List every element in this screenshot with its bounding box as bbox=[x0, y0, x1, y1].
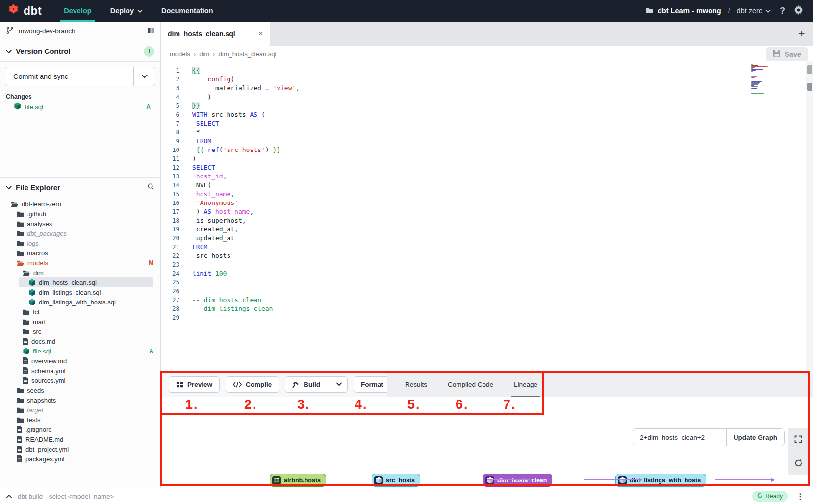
file-tree-item[interactable]: file.sqlA bbox=[0, 346, 160, 356]
code-line[interactable]: 26 bbox=[161, 286, 813, 295]
format-button[interactable]: Format bbox=[354, 376, 391, 393]
code-line[interactable]: 25 bbox=[161, 277, 813, 286]
file-tree-item[interactable]: docs.md bbox=[0, 336, 160, 346]
code-line[interactable]: 19 created_at, bbox=[161, 225, 813, 233]
code-line[interactable]: 17 ) AS host_name, bbox=[161, 207, 813, 216]
nav-item-deploy[interactable]: Deploy bbox=[101, 0, 152, 22]
file-tree-item[interactable]: snapshots bbox=[0, 395, 160, 405]
code-line[interactable]: 1{{ bbox=[161, 66, 813, 75]
file-tree-item[interactable]: .github bbox=[0, 209, 160, 219]
file-tree-item[interactable]: seeds bbox=[0, 385, 160, 395]
code-line[interactable]: 18 is_superhost, bbox=[161, 216, 813, 225]
file-tree-item-label: dim bbox=[33, 269, 160, 277]
kebab-menu-icon[interactable]: ⋮ bbox=[794, 492, 806, 501]
dbt-logo[interactable]: dbt bbox=[0, 3, 54, 19]
tab-results[interactable]: Results bbox=[405, 372, 427, 397]
file-tree-item[interactable]: schema.yml bbox=[0, 366, 160, 376]
environment-switcher[interactable]: dbt zero bbox=[737, 7, 771, 15]
branch-row[interactable]: mwong-dev-branch bbox=[0, 22, 160, 41]
file-tree-item[interactable]: README.md bbox=[0, 434, 160, 444]
code-line[interactable]: 29 bbox=[161, 313, 813, 322]
code-line[interactable]: 22 src_hosts bbox=[161, 251, 813, 260]
commit-button-chevron[interactable] bbox=[133, 67, 155, 86]
preview-button[interactable]: Preview bbox=[169, 376, 220, 393]
fullscreen-icon[interactable] bbox=[791, 432, 805, 446]
code-line[interactable]: 2 config( bbox=[161, 75, 813, 83]
file-explorer-header[interactable]: File Explorer bbox=[0, 177, 160, 197]
split-view-icon[interactable] bbox=[147, 27, 154, 36]
project-switcher[interactable]: dbt Learn - mwong bbox=[645, 7, 721, 15]
help-icon[interactable]: ? bbox=[777, 6, 788, 16]
close-icon[interactable]: × bbox=[258, 29, 263, 38]
gear-icon[interactable] bbox=[794, 5, 803, 17]
build-options-chevron[interactable] bbox=[330, 377, 342, 392]
add-tab-button[interactable]: + bbox=[790, 22, 813, 46]
file-tree-item[interactable]: sources.yml bbox=[0, 376, 160, 385]
code-line[interactable]: 28-- dim_listings_clean bbox=[161, 304, 813, 313]
update-graph-button[interactable]: Update Graph bbox=[726, 429, 784, 446]
build-button[interactable]: Build bbox=[285, 376, 348, 393]
file-tree-item[interactable]: dim_listings_clean.sql bbox=[0, 287, 160, 297]
code-line[interactable]: 13 host_id, bbox=[161, 172, 813, 180]
code-line[interactable]: 9 FROM bbox=[161, 136, 813, 145]
code-line[interactable]: 11) bbox=[161, 154, 813, 163]
file-tree-item-label: logs bbox=[27, 240, 160, 247]
code-line[interactable]: 14 NVL( bbox=[161, 180, 813, 189]
changes-list: file.sql A bbox=[0, 101, 160, 113]
reset-view-icon[interactable] bbox=[791, 456, 805, 470]
code-line[interactable]: 21FROM bbox=[161, 242, 813, 251]
tab-compiled-code[interactable]: Compiled Code bbox=[448, 372, 493, 397]
code-line[interactable]: 8 * bbox=[161, 127, 813, 136]
chevron-up-icon[interactable] bbox=[0, 494, 18, 498]
code-editor[interactable]: 1{{2 config(3 materialized = 'view',4 )5… bbox=[161, 62, 813, 372]
save-button[interactable]: Save bbox=[766, 47, 808, 61]
code-line[interactable]: 15 host_name, bbox=[161, 189, 813, 198]
scrollbar-thumb[interactable] bbox=[807, 65, 812, 74]
lineage-node-src_hosts[interactable]: src_hosts bbox=[372, 474, 420, 487]
file-tree-item[interactable]: tests bbox=[0, 415, 160, 425]
code-line[interactable]: 6WITH src_hosts AS ( bbox=[161, 110, 813, 119]
lineage-node-airbnb-hosts[interactable]: airbnb.hosts bbox=[270, 474, 326, 487]
file-tree-item[interactable]: dim_listings_with_hosts.sql bbox=[0, 297, 160, 307]
file-tree-item[interactable]: dbt_project.yml bbox=[0, 444, 160, 454]
file-tree-item[interactable]: analyses bbox=[0, 219, 160, 228]
search-icon[interactable] bbox=[147, 183, 154, 192]
commit-button-main[interactable]: Commit and sync bbox=[5, 67, 133, 86]
nav-item-develop[interactable]: Develop bbox=[54, 0, 101, 22]
file-tree-item[interactable]: dbt_packages bbox=[0, 228, 160, 238]
line-number: 11 bbox=[161, 155, 186, 162]
changed-file-row[interactable]: file.sql A bbox=[0, 101, 160, 113]
nav-item-documentation[interactable]: Documentation bbox=[152, 0, 223, 22]
file-tree-item[interactable]: packages.yml bbox=[0, 454, 160, 464]
code-line[interactable]: 20 updated_at bbox=[161, 233, 813, 242]
file-tree-item[interactable]: logs bbox=[0, 238, 160, 248]
code-line[interactable]: 7 SELECT bbox=[161, 119, 813, 127]
version-control-header[interactable]: Version Control 1 bbox=[0, 41, 160, 62]
file-tree-item[interactable]: target bbox=[0, 405, 160, 415]
code-line[interactable]: 23 bbox=[161, 260, 813, 269]
editor-scrollbar[interactable] bbox=[806, 61, 813, 370]
code-line[interactable]: 27-- dim_hosts_clean bbox=[161, 295, 813, 304]
file-tree-item[interactable]: macros bbox=[0, 248, 160, 258]
file-tree-item[interactable]: modelsM bbox=[0, 258, 160, 268]
lineage-selector-input[interactable] bbox=[633, 429, 726, 446]
file-tree-item[interactable]: dim bbox=[0, 268, 160, 277]
file-tree-item[interactable]: src bbox=[0, 327, 160, 336]
file-tab[interactable]: dim_hosts_clean.sql × bbox=[161, 22, 270, 46]
code-line[interactable]: 12SELECT bbox=[161, 163, 813, 172]
file-tree-item[interactable]: overview.md bbox=[0, 356, 160, 366]
code-line[interactable]: 4 ) bbox=[161, 92, 813, 101]
compile-button[interactable]: Compile bbox=[226, 376, 279, 393]
tab-lineage[interactable]: Lineage bbox=[514, 372, 537, 397]
file-tree-item[interactable]: fct bbox=[0, 307, 160, 317]
folder-icon bbox=[17, 211, 24, 217]
code-line[interactable]: 24limit 100 bbox=[161, 269, 813, 277]
code-line[interactable]: 5}} bbox=[161, 101, 813, 110]
file-tree-item[interactable]: mart bbox=[0, 317, 160, 327]
file-tree-item[interactable]: dim_hosts_clean.sql bbox=[0, 277, 160, 287]
code-line[interactable]: 3 materialized = 'view', bbox=[161, 83, 813, 92]
file-tree-item[interactable]: .gitignore bbox=[0, 425, 160, 434]
file-tree-item[interactable]: dbt-learn-zero bbox=[0, 199, 160, 209]
code-line[interactable]: 10 {{ ref('src_hosts') }} bbox=[161, 145, 813, 154]
code-line[interactable]: 16 'Anonymous' bbox=[161, 198, 813, 207]
